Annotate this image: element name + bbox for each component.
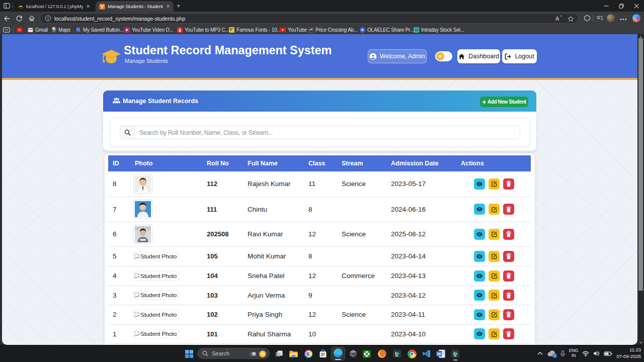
svg-text:W: W xyxy=(437,351,441,356)
svg-text:Ci: Ci xyxy=(415,28,418,32)
